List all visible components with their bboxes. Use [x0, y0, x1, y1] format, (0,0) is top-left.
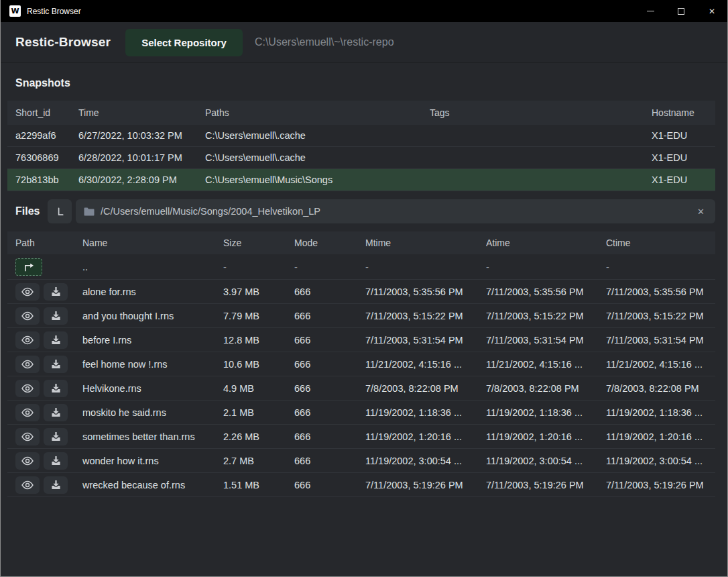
col-size: Size — [223, 238, 294, 248]
file-mode: 666 — [294, 431, 365, 442]
col-atime: Atime — [486, 238, 606, 248]
file-ctime: 11/19/2002, 1:20:16 ... — [606, 431, 715, 442]
download-icon — [51, 431, 61, 441]
snapshot-row[interactable]: 76306869 6/28/2022, 10:01:17 PM C:\Users… — [7, 147, 715, 169]
file-row[interactable]: before I.rns 12.8 MB 666 7/11/2003, 5:31… — [7, 328, 715, 352]
download-icon — [51, 359, 61, 369]
snapshots-table: Short_id Time Paths Tags Hostname a2299a… — [7, 101, 715, 191]
preview-file-button[interactable] — [15, 452, 40, 470]
file-row[interactable]: wrecked because of.rns 1.51 MB 666 7/11/… — [7, 473, 715, 497]
go-up-directory-button[interactable] — [15, 258, 42, 276]
clear-path-button[interactable]: ✕ — [694, 205, 707, 218]
file-row[interactable]: sometimes better than.rns 2.26 MB 666 11… — [7, 425, 715, 449]
files-table: Path Name Size Mode Mtime Atime Ctime ..… — [7, 231, 715, 497]
file-row[interactable]: wonder how it.rns 2.7 MB 666 11/19/2002,… — [7, 449, 715, 473]
download-icon — [51, 456, 61, 466]
file-atime: 7/8/2003, 8:22:08 PM — [486, 383, 606, 394]
file-mode: 666 — [294, 480, 365, 490]
select-repository-button[interactable]: Select Repository — [125, 29, 243, 56]
files-table-header: Path Name Size Mode Mtime Atime Ctime — [7, 231, 715, 254]
file-atime: 11/19/2002, 1:20:16 ... — [486, 431, 606, 442]
preview-file-button[interactable] — [15, 283, 40, 301]
files-heading: Files — [15, 205, 48, 217]
file-ctime: 7/11/2003, 5:31:54 PM — [606, 335, 715, 346]
parent-directory-row[interactable]: .. - - - - - — [7, 254, 715, 280]
snapshot-row-selected[interactable]: 72b813bb 6/30/2022, 2:28:09 PM C:\Users\… — [7, 169, 715, 191]
file-mode: 666 — [294, 286, 365, 297]
col-tags: Tags — [430, 107, 652, 118]
header-toolbar: Restic-Browser Select Repository C:\User… — [1, 22, 727, 63]
file-size: - — [223, 262, 294, 272]
col-ctime: Ctime — [606, 238, 715, 248]
file-mtime: 7/8/2003, 8:22:08 PM — [365, 383, 486, 394]
file-atime: 11/21/2002, 4:15:16 ... — [486, 359, 606, 370]
col-path: Path — [15, 238, 82, 248]
maximize-icon — [678, 8, 684, 15]
file-row[interactable]: feel home now !.rns 10.6 MB 666 11/21/20… — [7, 352, 715, 376]
file-mtime: 7/11/2003, 5:15:22 PM — [365, 311, 486, 321]
preview-file-button[interactable] — [15, 404, 40, 421]
file-row[interactable]: alone for.rns 3.97 MB 666 7/11/2003, 5:3… — [7, 280, 715, 304]
col-hostname: Hostname — [652, 107, 715, 118]
preview-file-button[interactable] — [15, 428, 40, 445]
file-row[interactable]: Helvikone.rns 4.9 MB 666 7/8/2003, 8:22:… — [7, 376, 715, 401]
file-ctime: 11/19/2002, 3:00:54 ... — [606, 456, 715, 466]
download-icon — [51, 286, 61, 297]
file-name: Helvikone.rns — [82, 383, 223, 394]
file-mtime: 11/21/2002, 4:15:16 ... — [365, 359, 486, 370]
go-to-root-button[interactable] — [48, 199, 72, 223]
download-file-button[interactable] — [44, 452, 68, 470]
eye-icon — [21, 287, 34, 297]
current-path-value: /C/Users/emuell/Music/Songs/2004_Helveti… — [101, 206, 688, 217]
col-name: Name — [82, 238, 223, 248]
preview-file-button[interactable] — [15, 331, 40, 349]
download-icon — [51, 335, 61, 345]
preview-file-button[interactable] — [15, 356, 40, 373]
preview-file-button[interactable] — [15, 476, 40, 494]
preview-file-button[interactable] — [15, 380, 40, 397]
snapshot-hostname: X1-EDU — [652, 130, 715, 141]
file-size: 7.79 MB — [223, 311, 294, 321]
download-file-button[interactable] — [44, 331, 68, 349]
download-file-button[interactable] — [44, 380, 68, 397]
files-toolbar: Files /C/Users/emuell/Music/Songs/2004_H… — [1, 191, 727, 231]
preview-file-button[interactable] — [15, 307, 40, 325]
eye-icon — [21, 432, 34, 441]
file-row[interactable]: moskito he said.rns 2.1 MB 666 11/19/200… — [7, 401, 715, 425]
minimize-button[interactable] — [635, 0, 666, 22]
file-atime: - — [486, 262, 606, 272]
file-mode: - — [294, 262, 365, 272]
eye-icon — [21, 311, 34, 321]
eye-icon — [21, 480, 34, 490]
file-ctime: 7/11/2003, 5:35:56 PM — [606, 286, 715, 297]
col-short-id: Short_id — [15, 107, 78, 118]
file-mode: 666 — [294, 311, 365, 321]
close-button[interactable]: ✕ — [696, 0, 727, 22]
download-file-button[interactable] — [44, 283, 68, 301]
download-file-button[interactable] — [44, 356, 68, 373]
file-mtime: 7/11/2003, 5:19:26 PM — [365, 480, 486, 490]
eye-icon — [21, 384, 34, 393]
maximize-button[interactable] — [666, 0, 696, 22]
file-mtime: - — [365, 262, 486, 272]
download-file-button[interactable] — [44, 404, 68, 421]
download-file-button[interactable] — [44, 428, 68, 445]
snapshot-row[interactable]: a2299af6 6/27/2022, 10:03:32 PM C:\Users… — [7, 125, 715, 147]
file-mtime: 7/11/2003, 5:31:54 PM — [365, 335, 486, 346]
current-path-field[interactable]: /C/Users/emuell/Music/Songs/2004_Helveti… — [76, 199, 715, 223]
snapshot-time: 6/28/2022, 10:01:17 PM — [78, 152, 205, 163]
repository-path: C:\Users\emuell\~\restic-repo — [255, 36, 394, 48]
eye-icon — [21, 360, 34, 369]
download-file-button[interactable] — [44, 476, 68, 494]
file-mtime: 11/19/2002, 1:18:36 ... — [365, 407, 486, 418]
file-atime: 7/11/2003, 5:35:56 PM — [486, 286, 606, 297]
col-mode: Mode — [294, 238, 365, 248]
file-mtime: 11/19/2002, 1:20:16 ... — [365, 431, 486, 442]
file-name: feel home now !.rns — [82, 359, 223, 370]
snapshot-time: 6/30/2022, 2:28:09 PM — [78, 174, 205, 185]
download-file-button[interactable] — [44, 307, 68, 325]
file-row[interactable]: and you thought I.rns 7.79 MB 666 7/11/2… — [7, 304, 715, 328]
col-time: Time — [78, 107, 205, 118]
download-icon — [51, 383, 61, 393]
snapshot-short-id: 76306869 — [15, 152, 78, 163]
